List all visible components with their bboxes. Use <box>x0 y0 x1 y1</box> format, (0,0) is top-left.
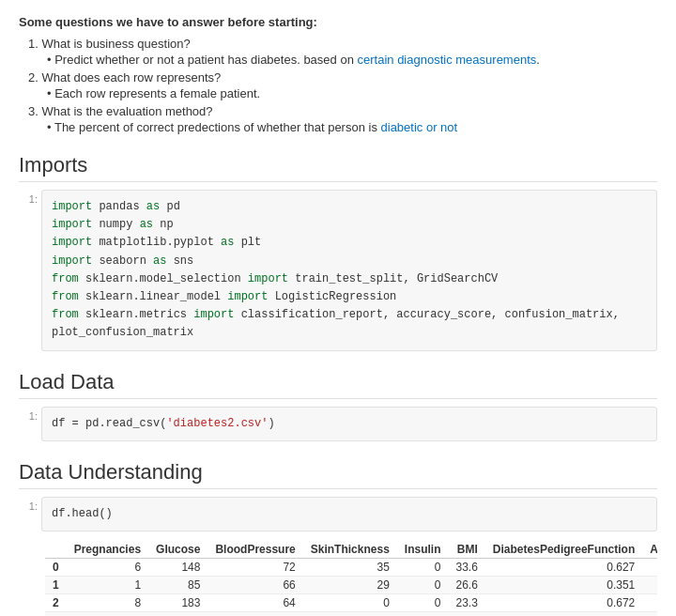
table-cell: 148 <box>148 558 207 576</box>
q3-blue-text: diabetic or not <box>381 120 458 134</box>
imports-cell: 1: import pandas as pd import numpy as n… <box>19 190 657 351</box>
table-cell: 50 <box>642 558 657 576</box>
question-2: 2. What does each row represents? Each r… <box>28 70 657 100</box>
table-row: 318966239428.10.167210 <box>45 611 657 616</box>
table-cell: 0 <box>397 558 449 576</box>
table-cell: 3 <box>45 611 67 616</box>
load-cell-number: 1: <box>19 407 41 422</box>
table-cell: 0.167 <box>485 611 642 616</box>
q1-bullets: Predict whether or not a patient has dia… <box>28 53 657 67</box>
table-cell: 6 <box>67 558 148 576</box>
question-3: 3. What is the evaluation method? The pe… <box>28 104 657 134</box>
load-code-line: df = pd.read_csv('diabetes2.csv') <box>52 415 647 433</box>
intro-heading: Some questions we have to answer before … <box>19 15 657 29</box>
table-cell: 8 <box>67 593 148 611</box>
q2-bullets: Each row represents a female patient. <box>28 86 657 100</box>
code-line-2: import numpy as np <box>52 216 647 234</box>
table-cell: 0.627 <box>485 558 642 576</box>
table-cell: 64 <box>207 593 302 611</box>
imports-section: Imports 1: import pandas as pd import nu… <box>19 153 657 351</box>
col-header-dpf: DiabetesPedigreeFunction <box>485 541 642 559</box>
df-head-code[interactable]: df.head() <box>41 497 657 531</box>
table-cell: 32 <box>642 593 657 611</box>
code-line-5: from sklearn.model_selection import trai… <box>52 270 647 288</box>
table-row: 061487235033.60.627501 <box>45 558 657 576</box>
col-header-pregnancies: Pregnancies <box>67 541 148 559</box>
intro-section: Some questions we have to answer before … <box>19 15 657 134</box>
table-cell: 0.351 <box>485 576 642 593</box>
load-data-section: Load Data 1: df = pd.read_csv('diabetes2… <box>19 370 657 441</box>
q2-bullet-1: Each row represents a female patient. <box>47 86 657 100</box>
table-cell: 66 <box>207 576 302 593</box>
table-cell: 1 <box>67 576 148 593</box>
imports-code[interactable]: import pandas as pd import numpy as np i… <box>41 190 657 351</box>
q3-bullet-1: The percent of correct predections of wh… <box>47 120 657 134</box>
load-data-code[interactable]: df = pd.read_csv('diabetes2.csv') <box>41 407 657 441</box>
col-header-insulin: Insulin <box>397 541 449 559</box>
q1-blue-text: certain diagnostic measurements <box>358 53 537 67</box>
q1-bullet-1: Predict whether or not a patient has dia… <box>47 53 657 67</box>
df-head-cell: 1: df.head() <box>19 497 657 531</box>
col-header-bmi: BMI <box>449 541 485 559</box>
table-cell: 0.672 <box>485 593 642 611</box>
col-header-bp: BloodPressure <box>207 541 302 559</box>
questions-list: 1. What is business question? Predict wh… <box>19 37 657 134</box>
table-cell: 23.3 <box>449 593 485 611</box>
table-cell: 66 <box>207 611 302 616</box>
table-cell: 35 <box>303 558 397 576</box>
col-header-index <box>45 541 67 559</box>
load-data-heading: Load Data <box>19 370 657 399</box>
table-cell: 1 <box>45 576 67 593</box>
col-header-age: Age <box>642 541 657 559</box>
table-cell: 183 <box>148 593 207 611</box>
imports-cell-number: 1: <box>19 190 41 205</box>
q3-label: 3. What is the evaluation method? <box>28 104 213 118</box>
table-cell: 72 <box>207 558 302 576</box>
code-line-6: from sklearn.linear_model import Logisti… <box>52 288 647 306</box>
data-understanding-section: Data Understanding 1: df.head() Pregnanc… <box>19 460 657 616</box>
data-table: Pregnancies Glucose BloodPressure SkinTh… <box>45 541 657 616</box>
table-cell: 89 <box>148 611 207 616</box>
table-cell: 1 <box>67 611 148 616</box>
table-cell: 29 <box>303 576 397 593</box>
table-cell: 28.1 <box>449 611 485 616</box>
table-cell: 33.6 <box>449 558 485 576</box>
table-cell: 0 <box>45 558 67 576</box>
q3-bullets: The percent of correct predections of wh… <box>28 120 657 134</box>
q1-label: 1. What is business question? <box>28 37 191 51</box>
table-body: 061487235033.60.62750111856629026.60.351… <box>45 558 657 616</box>
question-1: 1. What is business question? Predict wh… <box>28 37 657 67</box>
table-cell: 0 <box>397 576 449 593</box>
table-cell: 21 <box>642 611 657 616</box>
table-cell: 94 <box>397 611 449 616</box>
table-header-row: Pregnancies Glucose BloodPressure SkinTh… <box>45 541 657 559</box>
table-row: 11856629026.60.351310 <box>45 576 657 593</box>
df-head-cell-number: 1: <box>19 497 41 512</box>
load-data-cell: 1: df = pd.read_csv('diabetes2.csv') <box>19 407 657 441</box>
col-header-skin: SkinThickness <box>303 541 397 559</box>
table-cell: 85 <box>148 576 207 593</box>
table-cell: 0 <box>397 593 449 611</box>
table-cell: 0 <box>303 593 397 611</box>
data-understanding-heading: Data Understanding <box>19 460 657 489</box>
table-cell: 23 <box>303 611 397 616</box>
table-output-container: Pregnancies Glucose BloodPressure SkinTh… <box>45 537 657 616</box>
imports-heading: Imports <box>19 153 657 182</box>
code-line-3: import matplotlib.pyplot as plt <box>52 234 647 252</box>
code-line-4: import seaborn as sns <box>52 253 647 270</box>
df-head-line: df.head() <box>52 505 647 523</box>
code-line-7: from sklearn.metrics import classificati… <box>52 306 647 342</box>
col-header-glucose: Glucose <box>148 541 207 559</box>
q2-label: 2. What does each row represents? <box>28 70 221 85</box>
table-cell: 26.6 <box>449 576 485 593</box>
code-line-1: import pandas as pd <box>52 198 647 216</box>
table-cell: 31 <box>642 576 657 593</box>
table-cell: 2 <box>45 593 67 611</box>
table-row: 28183640023.30.672321 <box>45 593 657 611</box>
